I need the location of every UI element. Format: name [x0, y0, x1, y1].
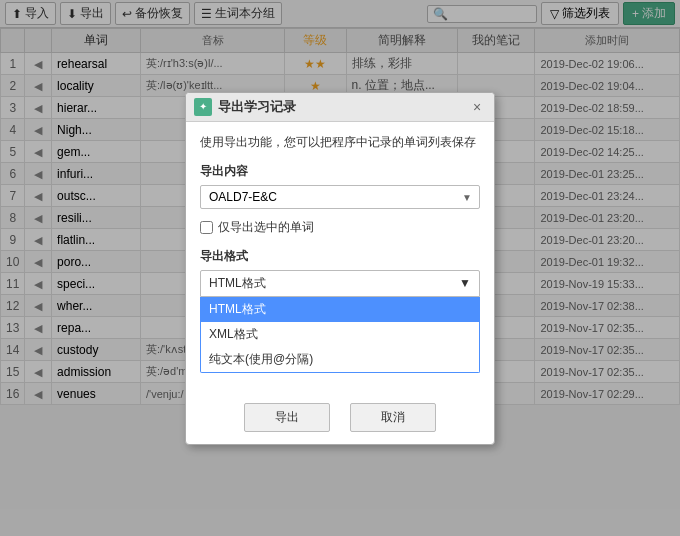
dropdown-item-xml[interactable]: XML格式	[201, 322, 479, 347]
export-content-select[interactable]: OALD7-E&C	[200, 185, 480, 209]
dropdown-item-text[interactable]: 纯文本(使用@分隔)	[201, 347, 479, 372]
export-content-select-wrap: OALD7-E&C ▼	[200, 185, 480, 209]
export-format-label: 导出格式	[200, 248, 480, 265]
format-current-display[interactable]: HTML格式 ▼	[200, 270, 480, 297]
format-arrow-icon: ▼	[459, 276, 471, 290]
modal-icon: ✦	[194, 98, 212, 116]
export-confirm-button[interactable]: 导出	[244, 403, 330, 432]
only-selected-row: 仅导出选中的单词	[200, 219, 480, 236]
export-format-section: 导出格式 HTML格式 ▼ HTML格式 XML格式 纯文本(使用@分隔)	[200, 248, 480, 373]
modal-overlay: ✦ 导出学习记录 × 使用导出功能，您可以把程序中记录的单词列表保存 导出内容 …	[0, 0, 680, 536]
modal-body: 使用导出功能，您可以把程序中记录的单词列表保存 导出内容 OALD7-E&C ▼…	[186, 122, 494, 395]
modal-title-bar: ✦ 导出学习记录 ×	[186, 93, 494, 122]
modal-description: 使用导出功能，您可以把程序中记录的单词列表保存	[200, 134, 480, 151]
dropdown-item-html[interactable]: HTML格式	[201, 297, 479, 322]
modal-footer: 导出 取消	[186, 395, 494, 444]
only-selected-label: 仅导出选中的单词	[218, 219, 314, 236]
export-content-label: 导出内容	[200, 163, 480, 180]
export-modal: ✦ 导出学习记录 × 使用导出功能，您可以把程序中记录的单词列表保存 导出内容 …	[185, 92, 495, 445]
format-dropdown-list: HTML格式 XML格式 纯文本(使用@分隔)	[200, 297, 480, 373]
modal-title: 导出学习记录	[218, 98, 462, 116]
only-selected-checkbox[interactable]	[200, 221, 213, 234]
modal-close-button[interactable]: ×	[468, 98, 486, 116]
format-input-row: HTML格式 ▼ HTML格式 XML格式 纯文本(使用@分隔)	[200, 270, 480, 373]
cancel-button[interactable]: 取消	[350, 403, 436, 432]
